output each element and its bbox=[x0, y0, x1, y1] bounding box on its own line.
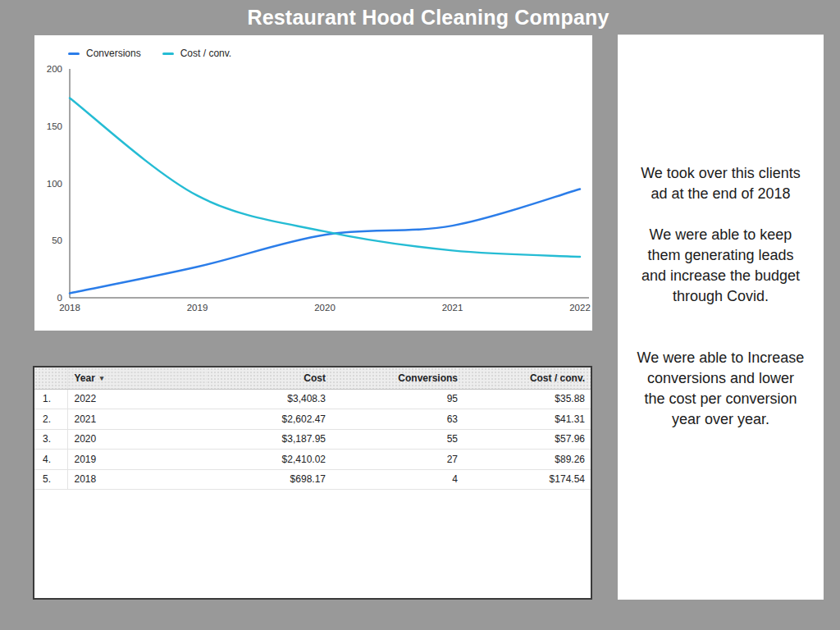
cost-cell: $3,187.95 bbox=[207, 429, 326, 450]
row-index: 5. bbox=[34, 469, 67, 490]
year-cell: 2019 bbox=[67, 450, 207, 470]
cost-per-conv-cell: $174.54 bbox=[458, 469, 591, 490]
row-index: 1. bbox=[34, 389, 67, 409]
col-header-cost: Cost bbox=[207, 368, 326, 389]
conversions-line-swatch-icon bbox=[68, 52, 80, 55]
sort-arrow-icon: ▾ bbox=[100, 374, 104, 382]
svg-text:2022: 2022 bbox=[569, 303, 591, 313]
cost-per-conv-cell: $41.31 bbox=[458, 409, 591, 430]
col-header-conversions: Conversions bbox=[326, 368, 458, 389]
col-header-cost-per-conv: Cost / conv. bbox=[458, 368, 591, 389]
legend-label-conversions: Conversions bbox=[86, 48, 141, 59]
table-row: 3.2020$3,187.9555$57.96 bbox=[34, 429, 591, 450]
cost-per-conv-line-swatch-icon bbox=[162, 52, 174, 55]
svg-text:0: 0 bbox=[57, 293, 62, 303]
svg-text:2018: 2018 bbox=[59, 303, 80, 313]
cost-cell: $2,602.47 bbox=[207, 409, 326, 430]
note-paragraph-3: We were able to Increase conversions and… bbox=[624, 348, 817, 430]
conversions-cell: 95 bbox=[326, 389, 458, 409]
svg-text:50: 50 bbox=[52, 235, 62, 245]
row-index: 2. bbox=[34, 409, 67, 430]
cost-per-conv-cell: $35.88 bbox=[458, 389, 591, 409]
legend-item-conversions: Conversions bbox=[68, 48, 141, 59]
table-row: 1.2022$3,408.395$35.88 bbox=[34, 389, 591, 409]
col-header-year[interactable]: Year▾ bbox=[67, 368, 207, 389]
year-cell: 2021 bbox=[67, 409, 207, 430]
year-cell: 2022 bbox=[67, 389, 207, 409]
notes-panel: We took over this clients ad at the end … bbox=[618, 34, 824, 600]
table-row: 2.2021$2,602.4763$41.31 bbox=[34, 409, 591, 430]
line-chart: 05010015020020182019202020212022 bbox=[34, 35, 592, 331]
page-title: Restaurant Hood Cleaning Company bbox=[33, 6, 824, 30]
row-index: 3. bbox=[34, 429, 67, 450]
conversions-cell: 4 bbox=[326, 469, 458, 490]
legend-label-cost-per-conv: Cost / conv. bbox=[180, 48, 231, 59]
cost-cell: $2,410.02 bbox=[207, 450, 326, 470]
row-index: 4. bbox=[34, 450, 67, 470]
year-cell: 2018 bbox=[67, 469, 207, 490]
data-table-panel: Year▾ Cost Conversions Cost / conv. 1.20… bbox=[33, 366, 592, 600]
svg-text:100: 100 bbox=[47, 179, 62, 189]
svg-text:2020: 2020 bbox=[314, 303, 336, 313]
svg-text:200: 200 bbox=[47, 64, 62, 74]
cost-cell: $698.17 bbox=[207, 469, 326, 490]
note-paragraph-2: We were able to keep them generating lea… bbox=[624, 225, 817, 307]
table-row: 5.2018$698.174$174.54 bbox=[34, 469, 591, 490]
table-body: 1.2022$3,408.395$35.882.2021$2,602.4763$… bbox=[34, 389, 591, 490]
conversions-cell: 63 bbox=[326, 409, 458, 430]
cost-cell: $3,408.3 bbox=[207, 389, 326, 409]
svg-text:150: 150 bbox=[47, 121, 62, 131]
legend-item-cost-per-conv: Cost / conv. bbox=[162, 48, 231, 59]
svg-text:2021: 2021 bbox=[442, 303, 463, 313]
cost-per-conv-cell: $89.26 bbox=[458, 450, 591, 470]
col-header-year-label: Year bbox=[75, 372, 95, 384]
time-series-chart-panel: 05010015020020182019202020212022 Convers… bbox=[34, 35, 592, 331]
conversions-cell: 27 bbox=[326, 450, 458, 470]
yearly-performance-table: Year▾ Cost Conversions Cost / conv. 1.20… bbox=[34, 368, 591, 490]
conversions-cell: 55 bbox=[326, 429, 458, 450]
note-paragraph-1: We took over this clients ad at the end … bbox=[624, 163, 817, 204]
cost-per-conv-cell: $57.96 bbox=[458, 429, 591, 450]
svg-text:2019: 2019 bbox=[187, 303, 208, 313]
table-header-row: Year▾ Cost Conversions Cost / conv. bbox=[34, 368, 591, 389]
table-row: 4.2019$2,410.0227$89.26 bbox=[34, 450, 591, 470]
chart-legend: Conversions Cost / conv. bbox=[68, 48, 231, 59]
col-header-index bbox=[34, 368, 67, 389]
year-cell: 2020 bbox=[67, 429, 207, 450]
